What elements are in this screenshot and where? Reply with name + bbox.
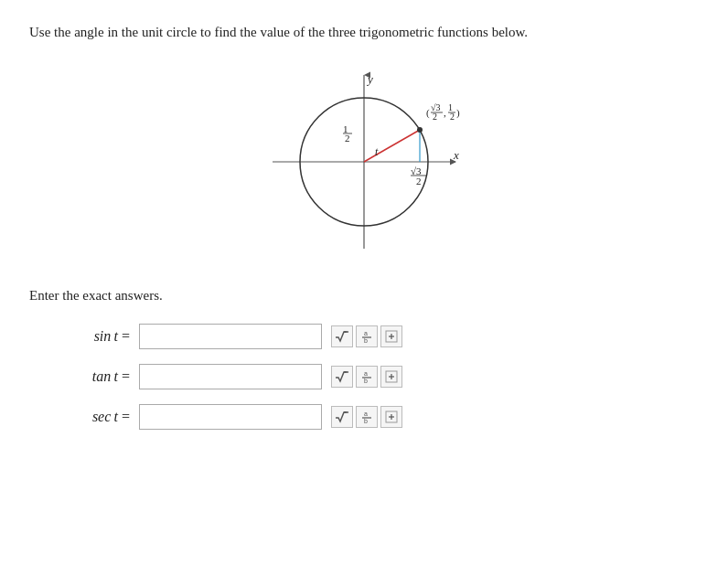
sint-input[interactable]: [139, 324, 322, 349]
sect-fraction-icon[interactable]: ab: [356, 406, 378, 428]
enter-exact-text: Enter the exact answers.: [29, 288, 699, 304]
point-label-frac1: (: [426, 107, 430, 119]
diagram-area: y x ( √3 2 , 1 2 ) t 1 2 √3 2: [29, 61, 699, 262]
tant-sqrt-icon[interactable]: [331, 366, 353, 388]
svg-text:2: 2: [433, 112, 437, 122]
svg-text:b: b: [364, 378, 368, 384]
svg-text:2: 2: [345, 133, 350, 144]
tant-input[interactable]: [139, 364, 322, 389]
y-axis-label: y: [366, 72, 373, 86]
tant-label: tan t =: [66, 368, 130, 385]
tant-misc-icon[interactable]: [380, 366, 402, 388]
t-angle-label: t: [375, 145, 379, 158]
tant-fraction-icon[interactable]: ab: [356, 366, 378, 388]
svg-text:): ): [456, 107, 460, 119]
sect-sqrt-icon[interactable]: [331, 406, 353, 428]
svg-point-5: [417, 127, 423, 133]
svg-text:a: a: [364, 370, 368, 377]
sint-misc-icon[interactable]: [380, 325, 402, 347]
sint-row: sin t = ab: [66, 324, 699, 349]
svg-text:a: a: [364, 410, 368, 417]
svg-text:,: ,: [444, 107, 446, 118]
sint-icon-group: ab: [331, 325, 402, 347]
svg-line-3: [364, 130, 420, 162]
svg-text:b: b: [364, 418, 368, 424]
svg-text:2: 2: [450, 112, 455, 122]
unit-circle-diagram: y x ( √3 2 , 1 2 ) t 1 2 √3 2: [263, 61, 465, 262]
svg-text:b: b: [364, 337, 368, 344]
sect-row: sec t = ab: [66, 404, 699, 430]
tant-row: tan t = ab: [66, 364, 699, 389]
sect-input[interactable]: [139, 404, 322, 430]
sint-label: sin t =: [66, 328, 130, 345]
sint-sqrt-icon[interactable]: [331, 325, 353, 347]
svg-text:a: a: [364, 330, 368, 336]
sect-icon-group: ab: [331, 406, 402, 428]
instructions-text: Use the angle in the unit circle to find…: [29, 22, 699, 43]
svg-text:2: 2: [416, 176, 422, 187]
inputs-section: sin t = ab tan t = ab: [66, 324, 699, 430]
sect-label: sec t =: [66, 409, 130, 425]
tant-icon-group: ab: [331, 366, 402, 388]
sect-misc-icon[interactable]: [380, 406, 402, 428]
sint-fraction-icon[interactable]: ab: [356, 325, 378, 347]
x-axis-label: x: [453, 148, 459, 162]
